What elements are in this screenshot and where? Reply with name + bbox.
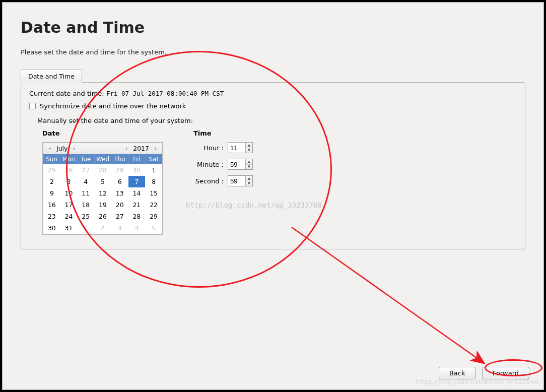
- calendar-day-cell[interactable]: 20: [111, 199, 128, 211]
- calendar-day-cell[interactable]: 26: [94, 211, 111, 222]
- calendar-day-cell[interactable]: 26: [60, 164, 78, 176]
- calendar-day-cell[interactable]: 3: [111, 222, 128, 234]
- calendar-day-cell[interactable]: 29: [145, 211, 162, 222]
- second-label: Second :: [193, 177, 224, 185]
- second-input[interactable]: [228, 176, 245, 186]
- calendar-day-cell[interactable]: 17: [60, 199, 78, 211]
- minute-label: Minute :: [193, 161, 224, 168]
- calendar-day-cell[interactable]: 18: [77, 199, 94, 211]
- calendar-day-cell[interactable]: 30: [128, 164, 146, 176]
- calendar-day-cell[interactable]: 14: [128, 187, 146, 199]
- current-datetime-value: Fri 07 Jul 2017 08:00:40 PM CST: [106, 90, 224, 97]
- calendar-day-cell[interactable]: 29: [111, 164, 128, 176]
- calendar-day-cell[interactable]: 13: [111, 187, 128, 199]
- calendar-month: July: [53, 145, 71, 152]
- calendar-day-cell[interactable]: 22: [145, 199, 162, 211]
- hour-spinner[interactable]: ▲ ▼: [228, 142, 253, 153]
- calendar-day-cell[interactable]: 9: [43, 187, 60, 199]
- hour-label: Hour :: [193, 144, 224, 152]
- time-heading: Time: [193, 129, 253, 137]
- tab-date-and-time[interactable]: Date and Time: [21, 70, 82, 83]
- sync-checkbox-row[interactable]: Synchronize date and time over the netwo…: [29, 102, 517, 110]
- calendar-weekday-header: Thu: [111, 154, 128, 164]
- calendar-day-cell[interactable]: 16: [43, 199, 60, 211]
- calendar-day-cell[interactable]: 2: [43, 176, 60, 187]
- prev-month-button[interactable]: ‹: [46, 145, 53, 152]
- calendar-day-cell[interactable]: 25: [43, 164, 60, 176]
- hour-down-button[interactable]: ▼: [246, 148, 252, 153]
- sync-checkbox-label: Synchronize date and time over the netwo…: [40, 102, 186, 110]
- sync-checkbox[interactable]: [29, 103, 36, 109]
- back-button[interactable]: Back: [439, 367, 476, 379]
- calendar-grid: SunMonTueWedThuFriSat 252627282930123456…: [43, 154, 162, 234]
- panel-date-and-time: Current date and time: Fri 07 Jul 2017 0…: [21, 82, 525, 249]
- calendar-day-cell[interactable]: 11: [77, 187, 94, 199]
- calendar-day-cell[interactable]: 25: [77, 211, 94, 222]
- hour-up-button[interactable]: ▲: [246, 143, 252, 148]
- calendar-day-cell[interactable]: 31: [60, 222, 78, 234]
- calendar-weekday-header: Mon: [60, 154, 78, 164]
- manual-set-label: Manually set the date and time of your s…: [37, 117, 517, 124]
- calendar-day-cell[interactable]: 1: [145, 164, 162, 176]
- calendar-day-cell[interactable]: 12: [94, 187, 111, 199]
- calendar-weekday-header: Fri: [128, 154, 146, 164]
- minute-input[interactable]: [228, 159, 245, 169]
- calendar-day-cell[interactable]: 28: [94, 164, 111, 176]
- main-window: Date and Time Please set the date and ti…: [2, 2, 544, 390]
- calendar-day-cell[interactable]: 19: [94, 199, 111, 211]
- second-row: Second : ▲ ▼: [193, 175, 253, 186]
- calendar-weekday-header: Wed: [94, 154, 111, 164]
- minute-row: Minute : ▲ ▼: [193, 159, 253, 170]
- calendar-day-cell[interactable]: 8: [145, 176, 162, 187]
- calendar-day-cell[interactable]: 2: [94, 222, 111, 234]
- hour-row: Hour : ▲ ▼: [193, 142, 253, 153]
- instruction-text: Please set the date and time for the sys…: [21, 48, 525, 56]
- current-datetime-line: Current date and time: Fri 07 Jul 2017 0…: [29, 90, 517, 97]
- forward-button[interactable]: Forward: [482, 367, 529, 379]
- second-down-button[interactable]: ▼: [246, 181, 252, 186]
- calendar-day-cell[interactable]: 1: [77, 222, 94, 234]
- footer-buttons: Back Forward: [439, 367, 529, 379]
- calendar-weekday-header: Tue: [77, 154, 94, 164]
- minute-down-button[interactable]: ▼: [246, 165, 252, 170]
- calendar-day-cell[interactable]: 4: [128, 222, 146, 234]
- prev-year-button[interactable]: ‹: [123, 145, 130, 152]
- calendar-day-cell[interactable]: 28: [128, 211, 146, 222]
- calendar-header: ‹ July › ‹ 2017 ›: [43, 143, 162, 154]
- date-heading: Date: [42, 129, 163, 137]
- calendar-day-cell[interactable]: 27: [111, 211, 128, 222]
- next-month-button[interactable]: ›: [71, 145, 78, 152]
- calendar-day-cell[interactable]: 27: [77, 164, 94, 176]
- calendar-day-cell[interactable]: 23: [43, 211, 60, 222]
- next-year-button[interactable]: ›: [152, 145, 159, 152]
- calendar-day-cell[interactable]: 10: [60, 187, 78, 199]
- calendar-day-cell[interactable]: 3: [60, 176, 78, 187]
- time-column: Time Hour : ▲ ▼ Minute :: [193, 129, 253, 235]
- calendar-day-cell[interactable]: 15: [145, 187, 162, 199]
- calendar-day-cell[interactable]: 7: [128, 176, 146, 187]
- calendar-day-cell[interactable]: 5: [94, 176, 111, 187]
- calendar-day-cell[interactable]: 21: [128, 199, 146, 211]
- second-spinner[interactable]: ▲ ▼: [228, 175, 253, 186]
- calendar-widget[interactable]: ‹ July › ‹ 2017 › SunMonTueWedThuFriSat …: [42, 142, 163, 235]
- minute-spinner[interactable]: ▲ ▼: [228, 159, 253, 170]
- calendar-day-cell[interactable]: 5: [145, 222, 162, 234]
- calendar-weekday-header: Sun: [43, 154, 60, 164]
- page-title: Date and Time: [21, 19, 525, 36]
- calendar-year: 2017: [130, 145, 152, 152]
- calendar-day-cell[interactable]: 4: [77, 176, 94, 187]
- minute-up-button[interactable]: ▲: [246, 159, 252, 165]
- calendar-day-cell[interactable]: 6: [111, 176, 128, 187]
- hour-input[interactable]: [228, 143, 245, 153]
- calendar-weekday-header: Sat: [145, 154, 162, 164]
- calendar-day-cell[interactable]: 30: [43, 222, 60, 234]
- calendar-day-cell[interactable]: 24: [60, 211, 78, 222]
- second-up-button[interactable]: ▲: [246, 176, 252, 181]
- current-datetime-label: Current date and time:: [29, 90, 104, 97]
- date-column: Date ‹ July › ‹ 2017 › SunMonTueWedTh: [42, 129, 163, 235]
